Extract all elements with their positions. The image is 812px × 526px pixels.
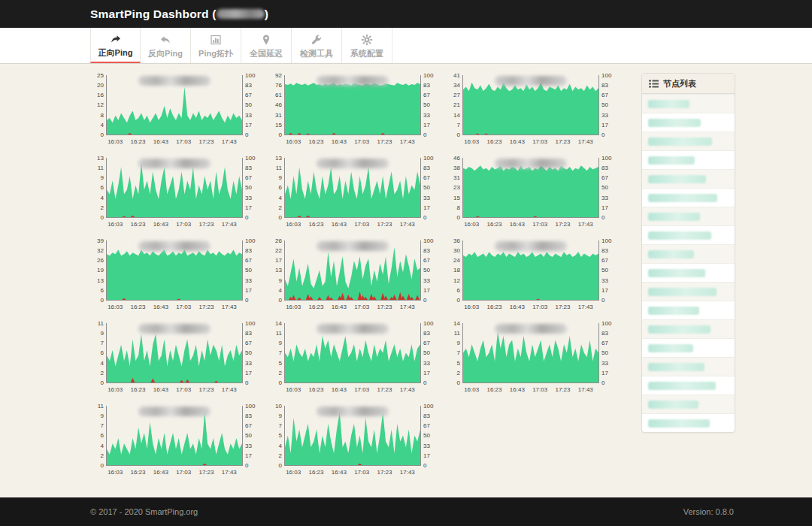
node-list-item-4[interactable] (642, 150, 735, 169)
node-list-item-13[interactable] (642, 319, 735, 338)
tab-系统配置[interactable]: 系统配置 (342, 28, 392, 63)
y-axis-right-ticks: 10083675033170 (421, 238, 441, 303)
header-bar: SmartPing Dashbord () (0, 0, 812, 28)
x-axis-ticks: 16:0316:2316:4317:0317:2317:43 (284, 218, 421, 230)
ping-chart-11[interactable]: 1411975201008367503317016:0316:2316:4317… (268, 323, 447, 395)
y-axis-left-ticks: 25201612840 (90, 73, 106, 138)
node-list-item-15[interactable] (642, 357, 735, 376)
y-axis-right-ticks: 10083675033170 (243, 321, 262, 385)
ping-chart-1[interactable]: 252016128401008367503317016:0316:2316:43… (90, 75, 268, 147)
wrench-icon (311, 34, 323, 46)
chart-title-redacted (138, 159, 211, 168)
chart-title-redacted (495, 324, 567, 334)
chart-title-redacted (138, 241, 211, 251)
x-axis-ticks: 16:0316:2316:4317:0317:2317:43 (284, 301, 421, 313)
nav-tabs: 正向Ping反向PingPing拓扑全国延迟检测工具系统配置 (90, 28, 812, 63)
node-list-item-11[interactable] (642, 282, 735, 301)
ping-chart-5[interactable]: 1311964201008367503317016:0316:2316:4317… (268, 158, 447, 230)
ping-chart-13[interactable]: 119764201008367503317016:0316:2316:4317:… (90, 406, 268, 478)
tab-反向Ping[interactable]: 反向Ping (141, 28, 191, 63)
y-axis-left-ticks: 9276614631150 (268, 73, 284, 138)
ping-chart-7[interactable]: 3932261913601008367503317016:0316:2316:4… (90, 240, 268, 313)
y-axis-left-ticks: 11976420 (90, 321, 106, 385)
ping-chart-10[interactable]: 119764201008367503317016:0316:2316:4317:… (90, 323, 268, 395)
node-list-item-17[interactable] (642, 394, 735, 413)
tab-检测工具[interactable]: 检测工具 (292, 28, 342, 63)
redacted-node-name (648, 250, 694, 258)
tab-label: 系统配置 (350, 48, 383, 59)
node-list-item-14[interactable] (642, 338, 735, 357)
chart-title-redacted (138, 76, 211, 86)
node-list-item-1[interactable] (642, 94, 735, 113)
tab-全国延迟[interactable]: 全国延迟 (241, 28, 292, 63)
y-axis-left-ticks: 363024181260 (447, 238, 462, 303)
forward-arrow-icon (110, 33, 122, 45)
tab-label: 反向Ping (148, 48, 183, 59)
node-list-item-10[interactable] (642, 263, 735, 282)
y-axis-right-ticks: 10083675033170 (599, 238, 619, 303)
chart-title-redacted (317, 241, 389, 251)
redacted-node-name (648, 288, 717, 296)
y-axis-right-ticks: 10083675033170 (599, 156, 619, 220)
node-list-title: 节点列表 (663, 78, 696, 89)
node-list-panel: 节点列表 (641, 73, 735, 433)
y-axis-left-ticks: 393226191360 (90, 238, 106, 303)
redacted-node-name (648, 194, 717, 202)
x-axis-ticks: 16:0316:2316:4317:0317:2317:43 (462, 218, 599, 230)
chart-title-redacted (138, 324, 211, 334)
redacted-node-name (648, 100, 689, 108)
chart-title-redacted (495, 241, 567, 251)
node-list-item-8[interactable] (642, 225, 735, 244)
y-axis-left-ticks: 26221713940 (268, 238, 284, 303)
redacted-node-name (648, 363, 704, 371)
chart-title-redacted (138, 407, 211, 416)
y-axis-left-ticks: 141197520 (447, 321, 462, 385)
y-axis-right-ticks: 10083675033170 (243, 73, 262, 138)
x-axis-ticks: 16:0316:2316:4317:0317:2317:43 (462, 301, 599, 313)
node-list-item-12[interactable] (642, 301, 735, 319)
ping-chart-9[interactable]: 3630241812601008367503317016:0316:2316:4… (447, 240, 625, 313)
version-text: Version: 0.8.0 (683, 507, 734, 516)
node-list-item-7[interactable] (642, 207, 735, 225)
gear-icon (361, 34, 373, 46)
tab-label: Ping拓扑 (198, 48, 233, 59)
redacted-node-name (648, 175, 706, 183)
chart-title-redacted (317, 407, 389, 416)
node-list-item-5[interactable] (642, 169, 735, 188)
tab-label: 检测工具 (300, 48, 333, 59)
ping-chart-14[interactable]: 109754201008367503317016:0316:2316:4317:… (268, 406, 447, 478)
x-axis-ticks: 16:0316:2316:4317:0317:2317:43 (106, 218, 243, 230)
chart-grid: 252016128401008367503317016:0316:2316:43… (90, 75, 625, 478)
ping-chart-4[interactable]: 1311964201008367503317016:0316:2316:4317… (90, 158, 268, 230)
tab-正向Ping[interactable]: 正向Ping (90, 28, 141, 63)
node-list-item-16[interactable] (642, 376, 735, 394)
y-axis-left-ticks: 10975420 (268, 404, 284, 468)
redacted-node-name (648, 231, 711, 240)
ping-chart-6[interactable]: 4638312315801008367503317016:0316:2316:4… (447, 158, 625, 230)
ping-chart-3[interactable]: 4134272114701008367503317016:0316:2316:4… (447, 75, 625, 147)
redacted-node-name (648, 382, 716, 390)
node-list-item-2[interactable] (642, 113, 735, 132)
redacted-node-name (648, 138, 712, 146)
y-axis-right-ticks: 10083675033170 (243, 404, 262, 468)
copyright-text: © 2017 - 2020 SmartPing.org (90, 507, 198, 516)
y-axis-right-ticks: 10083675033170 (243, 156, 262, 220)
y-axis-left-ticks: 141197520 (268, 321, 284, 385)
redacted-node-name (648, 307, 699, 315)
tab-Ping拓扑[interactable]: Ping拓扑 (191, 28, 241, 63)
node-list-item-6[interactable] (642, 188, 735, 207)
node-list-item-9[interactable] (642, 244, 735, 263)
chart-title-redacted (317, 159, 389, 168)
node-list-item-18[interactable] (642, 413, 735, 432)
footer-bar: © 2017 - 2020 SmartPing.org Version: 0.8… (0, 497, 812, 526)
chart-title-redacted (495, 76, 567, 86)
ping-chart-2[interactable]: 92766146311501008367503317016:0316:2316:… (268, 75, 447, 147)
redacted-node-name (648, 325, 710, 334)
ping-chart-12[interactable]: 1411975201008367503317016:0316:2316:4317… (447, 323, 625, 395)
y-axis-right-ticks: 10083675033170 (599, 321, 619, 385)
ping-chart-8[interactable]: 262217139401008367503317016:0316:2316:43… (268, 240, 447, 313)
x-axis-ticks: 16:0316:2316:4317:0317:2317:43 (462, 135, 599, 147)
node-list-item-3[interactable] (642, 132, 735, 150)
nav-bar: 正向Ping反向PingPing拓扑全国延迟检测工具系统配置 (0, 28, 812, 64)
y-axis-right-ticks: 10083675033170 (243, 238, 262, 303)
